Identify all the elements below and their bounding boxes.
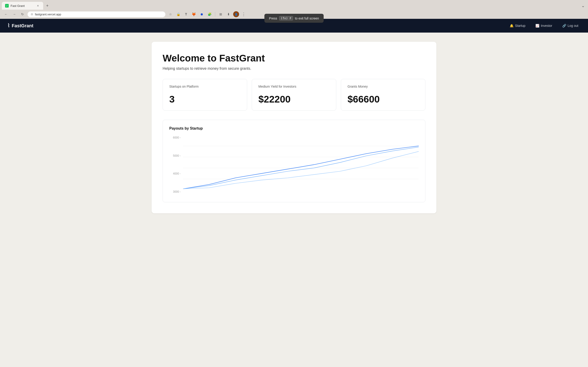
url-text: fastgrant.vercel.app (35, 13, 61, 16)
link-icon: 🔗 (562, 24, 566, 27)
chart-y-labels: 6000 - 5000 - 4000 - 3000 - (169, 136, 181, 196)
extension-fox-icon[interactable]: 🦊 (191, 11, 197, 17)
toolbar-divider (215, 12, 215, 17)
address-bar[interactable]: ⊙ fastgrant.vercel.app (27, 11, 165, 17)
bell-icon: 🔔 (510, 24, 514, 27)
tab-title: Fast Grant (10, 4, 25, 8)
startup-nav-link[interactable]: 🔔 Startup (507, 23, 527, 29)
chart-plot-area (183, 136, 419, 191)
security-icon: ⊙ (31, 13, 33, 16)
lock-icon[interactable]: 🔒 (175, 11, 182, 17)
main-content: Welcome to FastGrant Helping startups to… (133, 33, 455, 223)
brand-name: FastGrant (12, 23, 33, 28)
extensions-icon[interactable]: 🧩 (206, 11, 213, 17)
expand-tabs-button[interactable]: ⌄ (580, 2, 586, 9)
navbar-links: 🔔 Startup 📈 Investor 🔗 Log out (507, 23, 581, 29)
stat-card-grants: Grants Money $66600 (341, 79, 425, 110)
fullscreen-toast: Press (fn) F to exit full screen (264, 14, 324, 23)
chart-svg (183, 136, 419, 191)
logout-link-label: Log out (568, 24, 578, 27)
back-button[interactable]: ← (3, 11, 9, 17)
stat-value-yield: $22200 (258, 94, 330, 105)
y-label-3000: 3000 - (169, 190, 181, 193)
y-label-4000: 4000 - (169, 172, 181, 175)
chart-section: Payouts by Startup 6000 - 5000 - 4000 - … (163, 120, 425, 202)
stat-label-yield: Medium Yield for Investors (258, 85, 330, 88)
chart-title: Payouts by Startup (169, 126, 419, 131)
profile-icon[interactable]: ⊞ (217, 11, 224, 17)
tab-favicon: ✓ (5, 4, 9, 8)
browser-tab-active[interactable]: ✓ Fast Grant × (2, 2, 43, 10)
tab-close-button[interactable]: × (36, 4, 40, 8)
stat-label-grants: Grants Money (347, 85, 419, 88)
bookmark-icon[interactable]: ☆ (167, 11, 174, 17)
stat-card-startups: Startups on Platform 3 (163, 79, 247, 110)
toolbar-actions: ☆ 🔒 T 🦊 ⏺ 🧩 ⊞ ⬇ 👤 ⋮ (167, 11, 247, 17)
brand-link[interactable]: ⌇ FastGrant (7, 23, 33, 29)
page-card: Welcome to FastGrant Helping startups to… (152, 42, 436, 213)
toast-key: (fn) F (279, 16, 293, 20)
chart-icon: 📈 (536, 24, 539, 27)
user-avatar[interactable]: 👤 (233, 11, 239, 17)
download-icon[interactable]: ⬇ (225, 11, 232, 17)
app-wrapper: ⌇ FastGrant 🔔 Startup 📈 Investor 🔗 Log o… (0, 19, 588, 367)
toast-prefix: Press (269, 17, 277, 20)
chart-line-1 (183, 146, 419, 189)
browser-tabs: ✓ Fast Grant × + ⌄ (0, 0, 588, 10)
logout-nav-link[interactable]: 🔗 Log out (560, 23, 581, 29)
stat-value-grants: $66600 (347, 94, 419, 105)
new-tab-button[interactable]: + (44, 2, 51, 9)
forward-button[interactable]: → (11, 11, 17, 17)
stat-card-yield: Medium Yield for Investors $22200 (252, 79, 336, 110)
menu-icon[interactable]: ⋮ (241, 11, 247, 17)
toast-suffix: to exit full screen (295, 17, 319, 20)
record-icon[interactable]: ⏺ (199, 11, 205, 17)
stat-cards: Startups on Platform 3 Medium Yield for … (163, 79, 425, 110)
y-label-5000: 5000 - (169, 154, 181, 157)
startup-link-label: Startup (515, 24, 525, 27)
chart-container: 6000 - 5000 - 4000 - 3000 - (169, 136, 419, 196)
investor-nav-link[interactable]: 📈 Investor (533, 23, 554, 29)
brand-icon: ⌇ (7, 23, 10, 29)
page-title: Welcome to FastGrant (163, 53, 425, 64)
font-icon[interactable]: T (183, 11, 189, 17)
reload-button[interactable]: ↻ (19, 11, 26, 17)
stat-label-startups: Startups on Platform (169, 85, 241, 88)
page-subtitle: Helping startups to retrieve money from … (163, 67, 425, 71)
y-label-6000: 6000 - (169, 136, 181, 139)
stat-value-startups: 3 (169, 94, 241, 105)
investor-link-label: Investor (541, 24, 552, 27)
